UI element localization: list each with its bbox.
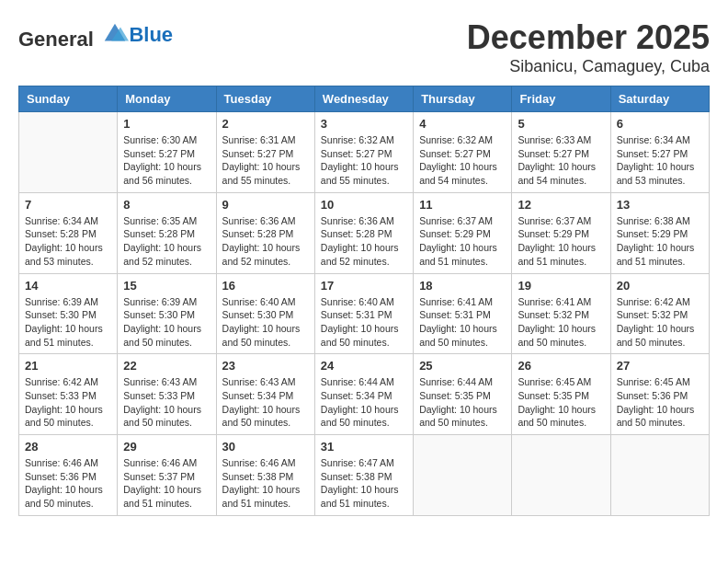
day-number: 25 xyxy=(419,359,506,373)
day-info: Sunrise: 6:44 AM Sunset: 5:34 PM Dayligh… xyxy=(321,375,407,430)
day-number: 13 xyxy=(617,198,703,212)
day-info: Sunrise: 6:36 AM Sunset: 5:28 PM Dayligh… xyxy=(321,214,407,269)
day-info: Sunrise: 6:36 AM Sunset: 5:28 PM Dayligh… xyxy=(222,214,309,269)
calendar-day-cell: 24Sunrise: 6:44 AM Sunset: 5:34 PM Dayli… xyxy=(314,354,413,435)
day-number: 8 xyxy=(123,198,210,212)
day-info: Sunrise: 6:46 AM Sunset: 5:38 PM Dayligh… xyxy=(222,456,309,511)
calendar-day-cell: 23Sunrise: 6:43 AM Sunset: 5:34 PM Dayli… xyxy=(216,354,314,435)
calendar-day-cell: 25Sunrise: 6:44 AM Sunset: 5:35 PM Dayli… xyxy=(414,354,512,435)
day-number: 28 xyxy=(25,440,111,454)
day-number: 23 xyxy=(222,359,309,373)
day-number: 5 xyxy=(518,117,604,131)
calendar-day-cell: 29Sunrise: 6:46 AM Sunset: 5:37 PM Dayli… xyxy=(118,435,216,516)
day-of-week-header: Monday xyxy=(118,86,216,112)
calendar-day-cell: 2Sunrise: 6:31 AM Sunset: 5:27 PM Daylig… xyxy=(216,112,314,193)
calendar-day-cell: 28Sunrise: 6:46 AM Sunset: 5:36 PM Dayli… xyxy=(19,435,118,516)
day-number: 14 xyxy=(25,279,111,293)
day-number: 31 xyxy=(321,440,407,454)
day-number: 2 xyxy=(222,117,309,131)
calendar-day-cell: 18Sunrise: 6:41 AM Sunset: 5:31 PM Dayli… xyxy=(414,273,512,354)
day-number: 10 xyxy=(321,198,407,212)
day-of-week-header: Sunday xyxy=(19,86,118,112)
day-of-week-header: Friday xyxy=(512,86,610,112)
day-info: Sunrise: 6:38 AM Sunset: 5:29 PM Dayligh… xyxy=(617,214,703,269)
calendar-day-cell: 30Sunrise: 6:46 AM Sunset: 5:38 PM Dayli… xyxy=(216,435,314,516)
day-number: 15 xyxy=(123,279,210,293)
calendar-day-cell xyxy=(512,435,610,516)
day-info: Sunrise: 6:42 AM Sunset: 5:33 PM Dayligh… xyxy=(25,375,111,430)
day-info: Sunrise: 6:45 AM Sunset: 5:35 PM Dayligh… xyxy=(518,375,604,430)
calendar-day-cell xyxy=(19,112,118,193)
day-info: Sunrise: 6:42 AM Sunset: 5:32 PM Dayligh… xyxy=(617,295,703,350)
day-number: 29 xyxy=(123,440,210,454)
day-number: 11 xyxy=(419,198,506,212)
day-info: Sunrise: 6:37 AM Sunset: 5:29 PM Dayligh… xyxy=(518,214,604,269)
day-number: 17 xyxy=(321,279,407,293)
day-info: Sunrise: 6:32 AM Sunset: 5:27 PM Dayligh… xyxy=(321,133,407,188)
day-info: Sunrise: 6:46 AM Sunset: 5:36 PM Dayligh… xyxy=(25,456,111,511)
logo-blue-text: Blue xyxy=(129,23,173,47)
day-info: Sunrise: 6:34 AM Sunset: 5:28 PM Dayligh… xyxy=(25,214,111,269)
day-info: Sunrise: 6:45 AM Sunset: 5:36 PM Dayligh… xyxy=(617,375,703,430)
day-number: 26 xyxy=(518,359,604,373)
day-info: Sunrise: 6:47 AM Sunset: 5:38 PM Dayligh… xyxy=(321,456,407,511)
calendar-day-cell: 9Sunrise: 6:36 AM Sunset: 5:28 PM Daylig… xyxy=(216,192,314,273)
calendar-day-cell: 14Sunrise: 6:39 AM Sunset: 5:30 PM Dayli… xyxy=(19,273,118,354)
day-number: 1 xyxy=(123,117,210,131)
title-block: December 2025 Sibanicu, Camaguey, Cuba xyxy=(467,18,710,76)
day-number: 12 xyxy=(518,198,604,212)
calendar-day-cell: 22Sunrise: 6:43 AM Sunset: 5:33 PM Dayli… xyxy=(118,354,216,435)
logo-general-text: General xyxy=(18,28,94,51)
calendar-day-cell: 5Sunrise: 6:33 AM Sunset: 5:27 PM Daylig… xyxy=(512,112,610,193)
calendar-week-row: 1Sunrise: 6:30 AM Sunset: 5:27 PM Daylig… xyxy=(19,112,710,193)
day-number: 16 xyxy=(222,279,309,293)
page-header: General Blue December 2025 Sibanicu, Cam… xyxy=(18,18,710,76)
calendar-day-cell: 12Sunrise: 6:37 AM Sunset: 5:29 PM Dayli… xyxy=(512,192,610,273)
calendar-day-cell: 20Sunrise: 6:42 AM Sunset: 5:32 PM Dayli… xyxy=(610,273,709,354)
day-info: Sunrise: 6:37 AM Sunset: 5:29 PM Dayligh… xyxy=(419,214,506,269)
logo: General Blue xyxy=(18,18,173,52)
day-number: 20 xyxy=(617,279,703,293)
day-number: 9 xyxy=(222,198,309,212)
calendar-day-cell: 8Sunrise: 6:35 AM Sunset: 5:28 PM Daylig… xyxy=(118,192,216,273)
day-info: Sunrise: 6:33 AM Sunset: 5:27 PM Dayligh… xyxy=(518,133,604,188)
day-number: 21 xyxy=(25,359,111,373)
day-info: Sunrise: 6:41 AM Sunset: 5:32 PM Dayligh… xyxy=(518,295,604,350)
calendar-day-cell xyxy=(414,435,512,516)
calendar-day-cell: 27Sunrise: 6:45 AM Sunset: 5:36 PM Dayli… xyxy=(610,354,709,435)
calendar-day-cell: 16Sunrise: 6:40 AM Sunset: 5:30 PM Dayli… xyxy=(216,273,314,354)
calendar-day-cell: 21Sunrise: 6:42 AM Sunset: 5:33 PM Dayli… xyxy=(19,354,118,435)
day-info: Sunrise: 6:44 AM Sunset: 5:35 PM Dayligh… xyxy=(419,375,506,430)
calendar-day-cell: 10Sunrise: 6:36 AM Sunset: 5:28 PM Dayli… xyxy=(314,192,413,273)
day-info: Sunrise: 6:32 AM Sunset: 5:27 PM Dayligh… xyxy=(419,133,506,188)
day-number: 19 xyxy=(518,279,604,293)
calendar-table: SundayMondayTuesdayWednesdayThursdayFrid… xyxy=(18,86,710,516)
calendar-day-cell: 11Sunrise: 6:37 AM Sunset: 5:29 PM Dayli… xyxy=(414,192,512,273)
day-number: 30 xyxy=(222,440,309,454)
day-of-week-header: Wednesday xyxy=(314,86,413,112)
day-info: Sunrise: 6:34 AM Sunset: 5:27 PM Dayligh… xyxy=(617,133,703,188)
day-of-week-header: Thursday xyxy=(414,86,512,112)
day-info: Sunrise: 6:30 AM Sunset: 5:27 PM Dayligh… xyxy=(123,133,210,188)
calendar-week-row: 14Sunrise: 6:39 AM Sunset: 5:30 PM Dayli… xyxy=(19,273,710,354)
logo-icon xyxy=(101,18,129,46)
calendar-body: 1Sunrise: 6:30 AM Sunset: 5:27 PM Daylig… xyxy=(19,112,710,516)
calendar-day-cell: 13Sunrise: 6:38 AM Sunset: 5:29 PM Dayli… xyxy=(610,192,709,273)
day-info: Sunrise: 6:39 AM Sunset: 5:30 PM Dayligh… xyxy=(25,295,111,350)
day-number: 3 xyxy=(321,117,407,131)
day-info: Sunrise: 6:43 AM Sunset: 5:33 PM Dayligh… xyxy=(123,375,210,430)
day-info: Sunrise: 6:39 AM Sunset: 5:30 PM Dayligh… xyxy=(123,295,210,350)
day-info: Sunrise: 6:40 AM Sunset: 5:31 PM Dayligh… xyxy=(321,295,407,350)
location-subtitle: Sibanicu, Camaguey, Cuba xyxy=(467,57,710,76)
calendar-day-cell: 15Sunrise: 6:39 AM Sunset: 5:30 PM Dayli… xyxy=(118,273,216,354)
calendar-day-cell: 6Sunrise: 6:34 AM Sunset: 5:27 PM Daylig… xyxy=(610,112,709,193)
day-info: Sunrise: 6:40 AM Sunset: 5:30 PM Dayligh… xyxy=(222,295,309,350)
calendar-day-cell: 17Sunrise: 6:40 AM Sunset: 5:31 PM Dayli… xyxy=(314,273,413,354)
day-number: 4 xyxy=(419,117,506,131)
day-info: Sunrise: 6:41 AM Sunset: 5:31 PM Dayligh… xyxy=(419,295,506,350)
calendar-day-cell: 19Sunrise: 6:41 AM Sunset: 5:32 PM Dayli… xyxy=(512,273,610,354)
day-number: 24 xyxy=(321,359,407,373)
day-number: 22 xyxy=(123,359,210,373)
day-of-week-header: Tuesday xyxy=(216,86,314,112)
day-info: Sunrise: 6:46 AM Sunset: 5:37 PM Dayligh… xyxy=(123,456,210,511)
